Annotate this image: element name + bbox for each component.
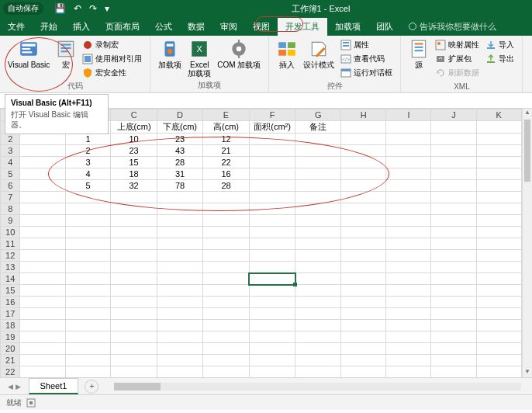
- cell-J22[interactable]: [431, 366, 476, 378]
- record-macro-button[interactable]: 录制宏: [81, 39, 143, 51]
- cell-A15[interactable]: [20, 285, 65, 297]
- cell-B21[interactable]: [65, 355, 111, 366]
- cell-B15[interactable]: [65, 285, 111, 297]
- cell-I14[interactable]: [386, 273, 431, 285]
- cell-G15[interactable]: [295, 285, 341, 297]
- cell-K13[interactable]: [476, 262, 521, 273]
- cell-C11[interactable]: [111, 238, 157, 250]
- cell-J13[interactable]: [431, 262, 476, 273]
- cell-E8[interactable]: [203, 203, 249, 215]
- expansion-pack-button[interactable]: 扩展包: [434, 53, 481, 65]
- cell-K9[interactable]: [476, 215, 521, 227]
- cell-D12[interactable]: [157, 250, 202, 262]
- tab-addins[interactable]: 加载项: [327, 18, 368, 36]
- cell-F12[interactable]: [249, 250, 295, 262]
- cell-H11[interactable]: [341, 238, 386, 250]
- cell-I18[interactable]: [386, 320, 431, 331]
- cell-C20[interactable]: [111, 343, 157, 355]
- cell-G8[interactable]: [295, 203, 341, 215]
- cell-B2[interactable]: 1: [65, 134, 111, 145]
- view-code-button[interactable]: </>查看代码: [339, 53, 394, 65]
- com-addins-button[interactable]: COM 加载项: [214, 37, 264, 80]
- cell-C2[interactable]: 10: [111, 134, 157, 145]
- col-header-F[interactable]: F: [249, 109, 295, 121]
- cell-B3[interactable]: 2: [65, 145, 111, 157]
- cell-C3[interactable]: 23: [111, 145, 157, 157]
- cell-C21[interactable]: [111, 355, 157, 366]
- cell-C16[interactable]: [111, 297, 157, 308]
- col-header-C[interactable]: C: [111, 109, 157, 121]
- cell-I10[interactable]: [386, 227, 431, 238]
- cell-D18[interactable]: [157, 320, 202, 331]
- cell-F10[interactable]: [249, 227, 295, 238]
- cell-H13[interactable]: [341, 262, 386, 273]
- cell-J8[interactable]: [431, 203, 476, 215]
- cell-B6[interactable]: 5: [65, 180, 111, 192]
- cell-H4[interactable]: [341, 157, 386, 168]
- cell-J2[interactable]: [431, 134, 476, 145]
- cell-J20[interactable]: [431, 343, 476, 355]
- cell-D15[interactable]: [157, 285, 202, 297]
- cell-K2[interactable]: [476, 134, 521, 145]
- cell-K16[interactable]: [476, 297, 521, 308]
- col-header-H[interactable]: H: [341, 109, 386, 121]
- cell-F17[interactable]: [249, 308, 295, 320]
- sheet-nav[interactable]: ◀ ▶: [0, 383, 29, 390]
- cell-D1[interactable]: 下底(cm): [157, 121, 202, 134]
- source-button[interactable]: 源: [406, 37, 432, 82]
- cell-J7[interactable]: [431, 192, 476, 203]
- cell-F18[interactable]: [249, 320, 295, 331]
- cell-B7[interactable]: [65, 192, 111, 203]
- tab-layout[interactable]: 页面布局: [98, 18, 147, 36]
- cell-F4[interactable]: [249, 157, 295, 168]
- cell-E15[interactable]: [203, 285, 249, 297]
- cell-I11[interactable]: [386, 238, 431, 250]
- cell-C13[interactable]: [111, 262, 157, 273]
- row-header-4[interactable]: 4: [1, 157, 20, 168]
- hscroll-thumb[interactable]: [114, 383, 161, 390]
- cell-G18[interactable]: [295, 320, 341, 331]
- cell-I8[interactable]: [386, 203, 431, 215]
- cell-F19[interactable]: [249, 331, 295, 343]
- row-header-12[interactable]: 12: [1, 250, 20, 262]
- cell-I9[interactable]: [386, 215, 431, 227]
- cell-E7[interactable]: [203, 192, 249, 203]
- cell-D4[interactable]: 28: [157, 157, 202, 168]
- cell-J4[interactable]: [431, 157, 476, 168]
- cell-B14[interactable]: [65, 273, 111, 285]
- cell-F6[interactable]: [249, 180, 295, 192]
- macro-security-button[interactable]: 宏安全性: [81, 67, 143, 79]
- cell-D20[interactable]: [157, 343, 202, 355]
- cell-E17[interactable]: [203, 308, 249, 320]
- spreadsheet-grid[interactable]: ABCDEFGHIJK1序号上底(cm)下底(cm)高(cm)面积(cm²)备注…: [0, 109, 522, 377]
- cell-H12[interactable]: [341, 250, 386, 262]
- cell-B13[interactable]: [65, 262, 111, 273]
- cell-A19[interactable]: [20, 331, 65, 343]
- cell-H1[interactable]: [341, 121, 386, 134]
- cell-I3[interactable]: [386, 145, 431, 157]
- row-header-7[interactable]: 7: [1, 192, 20, 203]
- cell-K11[interactable]: [476, 238, 521, 250]
- cell-B9[interactable]: [65, 215, 111, 227]
- cell-F14[interactable]: [249, 273, 295, 285]
- cell-K22[interactable]: [476, 366, 521, 378]
- row-header-6[interactable]: 6: [1, 180, 20, 192]
- cell-D3[interactable]: 43: [157, 145, 202, 157]
- cell-K20[interactable]: [476, 343, 521, 355]
- cell-E9[interactable]: [203, 215, 249, 227]
- cell-D9[interactable]: [157, 215, 202, 227]
- cell-K14[interactable]: [476, 273, 521, 285]
- row-header-9[interactable]: 9: [1, 215, 20, 227]
- cell-G4[interactable]: [295, 157, 341, 168]
- cell-C10[interactable]: [111, 227, 157, 238]
- properties-button[interactable]: 属性: [339, 39, 394, 51]
- cell-B12[interactable]: [65, 250, 111, 262]
- cell-A12[interactable]: [20, 250, 65, 262]
- add-sheet-button[interactable]: +: [85, 380, 98, 394]
- cell-D11[interactable]: [157, 238, 202, 250]
- cell-E2[interactable]: 12: [203, 134, 249, 145]
- cell-E22[interactable]: [203, 366, 249, 378]
- cell-A16[interactable]: [20, 297, 65, 308]
- cell-H21[interactable]: [341, 355, 386, 366]
- row-header-2[interactable]: 2: [1, 134, 20, 145]
